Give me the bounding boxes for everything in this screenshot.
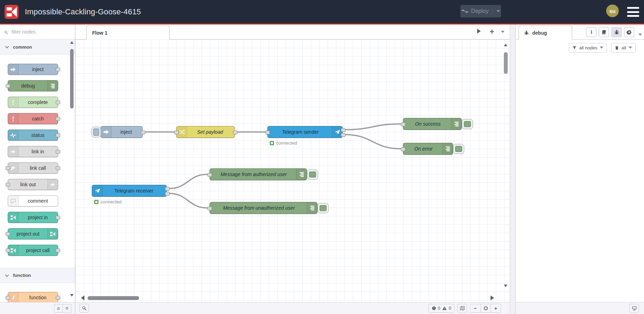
sidebar-menu-button[interactable] <box>638 31 642 37</box>
node-port-input[interactable] <box>6 84 10 88</box>
canvas-scroll-down-button[interactable] <box>504 285 507 287</box>
node-port-output[interactable] <box>56 100 60 104</box>
collapse-categories-button[interactable] <box>54 304 63 313</box>
inject-trigger-button[interactable] <box>91 127 101 138</box>
canvas-vertical-scrollbar[interactable] <box>504 52 508 74</box>
palette-node-link-call[interactable]: link call <box>8 162 58 174</box>
debug-toggle-button[interactable] <box>307 169 318 180</box>
palette-node-function[interactable]: ffunction <box>8 292 58 302</box>
flow-node-set-payload[interactable]: Set payload <box>176 126 235 138</box>
node-port-input[interactable] <box>401 147 405 151</box>
palette-node-debug[interactable]: debug <box>8 80 58 91</box>
flow-node-msg-unauth[interactable]: Message from unautherized user <box>210 202 317 214</box>
deploy-button[interactable]: Deploy <box>460 5 501 18</box>
debug-filter-label: all nodes <box>579 45 597 50</box>
palette-node-link-in[interactable]: link in <box>8 146 58 157</box>
wire[interactable] <box>345 124 401 130</box>
node-port-input[interactable] <box>207 173 212 177</box>
node-port-output[interactable] <box>341 128 345 132</box>
error-icon <box>432 306 436 310</box>
palette-node-inject[interactable]: inject <box>8 64 58 75</box>
expand-categories-button[interactable] <box>63 304 71 313</box>
navigator-button[interactable] <box>457 304 467 313</box>
palette-filter-input[interactable] <box>11 29 63 35</box>
node-port-input[interactable] <box>401 123 405 126</box>
node-port-output[interactable] <box>56 296 60 300</box>
node-port-output[interactable] <box>56 216 60 219</box>
info-tab-button[interactable]: i <box>586 27 596 37</box>
tab-flow-1[interactable]: Flow 1 <box>86 26 170 40</box>
flow-canvas[interactable]: injectSet payloadTelegram senderconnecte… <box>75 40 510 302</box>
flow-list-button[interactable] <box>501 31 505 33</box>
palette-node-complete[interactable]: complete <box>8 97 58 108</box>
node-port-output[interactable] <box>56 117 60 121</box>
palette-node-project-out[interactable]: project out <box>8 228 58 239</box>
node-port-input[interactable] <box>6 296 10 300</box>
main-menu-button[interactable] <box>627 7 639 17</box>
debug-toggle-inner <box>455 146 462 152</box>
debug-toggle-button[interactable] <box>453 144 464 154</box>
debug-filter-button[interactable]: all nodes <box>569 43 607 53</box>
wire[interactable] <box>169 194 207 208</box>
node-port-input[interactable] <box>265 131 270 134</box>
user-avatar[interactable]: su <box>606 5 619 17</box>
canvas-scroll-up-button[interactable] <box>504 44 507 46</box>
node-port-output[interactable] <box>56 166 60 170</box>
node-port-input[interactable] <box>6 232 10 236</box>
node-port-output[interactable] <box>165 187 170 191</box>
chevron-down-icon <box>629 47 632 49</box>
flow-node-on-success[interactable]: On success <box>403 118 462 130</box>
wire[interactable] <box>169 174 207 189</box>
debug-tab-button[interactable] <box>611 27 622 37</box>
flow-node-on-error[interactable]: On error <box>403 143 453 155</box>
zoom-in-button[interactable]: + <box>491 304 501 312</box>
flow-node-msg-auth[interactable]: Message from autherized user <box>210 168 307 180</box>
node-port-output[interactable] <box>56 150 60 154</box>
debug-clear-button[interactable]: all <box>611 43 636 53</box>
add-flow-button[interactable]: + <box>487 27 496 37</box>
config-tab-button[interactable] <box>624 27 634 37</box>
node-port-output[interactable] <box>56 133 60 137</box>
zoom-out-button[interactable]: − <box>470 304 480 312</box>
palette-category-function[interactable]: function <box>0 268 75 283</box>
node-port-output[interactable] <box>56 68 60 71</box>
palette-node-project-in[interactable]: project in <box>8 212 58 223</box>
flow-node-inject[interactable]: inject <box>101 126 143 138</box>
palette-node-comment[interactable]: comment <box>8 195 58 207</box>
canvas-horizontal-scrollbar[interactable] <box>88 296 139 300</box>
flow-node-telegram-receiver[interactable]: Telegram receiverconnected <box>92 185 167 197</box>
tab-debug[interactable]: debug <box>519 26 572 40</box>
node-port-input[interactable] <box>207 207 212 210</box>
tab-scroll-right-button[interactable] <box>477 29 481 34</box>
help-tab-button[interactable] <box>599 27 609 37</box>
canvas-scroll-right-button[interactable] <box>491 295 494 300</box>
zoom-reset-button[interactable] <box>480 304 491 312</box>
palette-scroll-up-button[interactable] <box>70 41 74 44</box>
node-port-output[interactable] <box>141 131 145 134</box>
palette-scrollbar[interactable] <box>70 49 74 109</box>
node-port-input[interactable] <box>6 249 10 252</box>
canvas-scroll-left-button[interactable] <box>81 295 84 300</box>
arrow-in-icon <box>101 126 111 138</box>
node-port-output[interactable] <box>56 249 60 252</box>
search-flows-button[interactable] <box>80 304 89 313</box>
palette-category-common[interactable]: common <box>0 40 75 55</box>
sidebar-splitter[interactable] <box>510 25 516 314</box>
node-port-input[interactable] <box>6 183 10 187</box>
wire[interactable] <box>345 135 401 149</box>
debug-toggle-button[interactable] <box>462 119 473 129</box>
node-port-output[interactable] <box>165 192 170 196</box>
node-port-input[interactable] <box>174 131 179 134</box>
palette-node-status[interactable]: status <box>8 130 58 141</box>
node-port-output[interactable] <box>233 131 238 134</box>
node-port-output[interactable] <box>341 133 345 137</box>
palette-node-project-call[interactable]: project call <box>8 245 58 256</box>
deploy-menu-button[interactable] <box>493 8 500 15</box>
palette-node-link-out[interactable]: link out <box>8 179 58 190</box>
palette-scroll-down-button[interactable] <box>70 294 74 296</box>
node-port-input[interactable] <box>6 166 10 170</box>
flow-node-telegram-sender[interactable]: Telegram senderconnected <box>267 126 343 138</box>
debug-toggle-button[interactable] <box>317 203 329 213</box>
palette-node-catch[interactable]: catch <box>8 113 58 124</box>
open-window-button[interactable] <box>629 304 639 313</box>
